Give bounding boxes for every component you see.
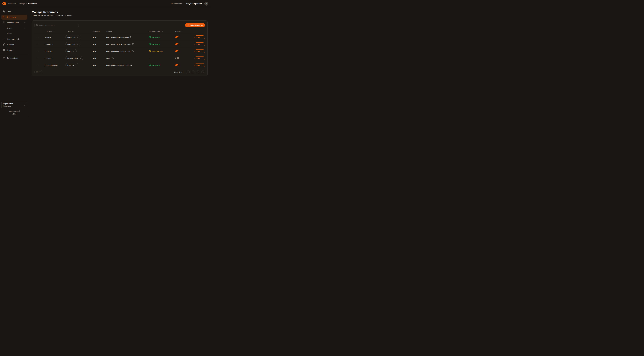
copy-icon[interactable]	[112, 57, 114, 59]
sidebar-item-label: Access Control	[6, 22, 19, 24]
add-resource-label: Add Resource	[190, 24, 203, 26]
resource-access-url: https://immich.example.com	[106, 36, 129, 38]
column-label: Protocol	[93, 30, 100, 32]
sidebar-item-label: Settings	[6, 49, 14, 51]
breadcrumb-separator: ›	[17, 2, 18, 5]
last-page-button[interactable]	[201, 70, 205, 74]
documentation-link[interactable]: Documentation	[170, 2, 182, 5]
resource-protocol: TCP	[93, 36, 106, 38]
site-link-button[interactable]: Second Office	[66, 56, 83, 60]
enabled-toggle[interactable]	[175, 50, 179, 52]
auth-status-label: Protected	[152, 43, 160, 45]
arrow-right-icon	[201, 43, 203, 45]
column-header-enabled: Enabled	[175, 30, 194, 32]
resources-table: Name Site Protocol Access Authenticati	[34, 29, 205, 68]
sidebar-item-roles[interactable]: Roles	[1, 31, 28, 36]
resource-protocol: TCP	[93, 57, 106, 59]
site-link-button[interactable]: Home Lab	[66, 42, 80, 46]
sidebar-item-sites[interactable]: Sites	[1, 9, 28, 14]
row-menu-button[interactable]	[36, 36, 40, 39]
arrow-right-icon	[201, 36, 203, 38]
arrow-up-right-icon	[79, 57, 81, 59]
avatar[interactable]: J	[204, 2, 208, 6]
sort-icon	[72, 30, 74, 32]
sidebar-item-api-keys[interactable]: API Keys	[1, 42, 28, 47]
resource-name: Immich	[41, 36, 66, 38]
sidebar-item-resources[interactable]: Resources	[1, 15, 28, 20]
edit-button[interactable]: Edit	[194, 50, 205, 53]
next-page-button[interactable]	[196, 70, 200, 74]
copy-icon[interactable]	[132, 43, 134, 45]
server-icon	[3, 57, 5, 59]
breadcrumb-org[interactable]: home-lab	[8, 2, 16, 5]
organization-label: Organization	[3, 103, 24, 105]
column-header-authentication[interactable]: Authentication	[149, 30, 175, 32]
sidebar-item-access-control[interactable]: Access Control	[1, 20, 28, 25]
enabled-toggle[interactable]	[175, 64, 179, 66]
enabled-toggle[interactable]	[175, 57, 179, 59]
previous-page-button[interactable]	[191, 70, 195, 74]
column-header-protocol: Protocol	[93, 30, 106, 32]
arrow-up-right-icon	[75, 64, 76, 66]
table-row: Bitwarden Home Lab TCP https://bitwarden…	[34, 41, 205, 48]
edit-label: Edit	[196, 57, 200, 59]
first-page-button[interactable]	[186, 70, 190, 74]
column-label: Site	[68, 30, 71, 32]
page-size-value: 20	[36, 71, 38, 73]
site-link-button[interactable]: Edge 01	[66, 63, 78, 67]
sidebar-item-label: Resources	[6, 16, 16, 18]
breadcrumb-settings[interactable]: settings	[19, 2, 25, 5]
copy-icon[interactable]	[132, 50, 134, 52]
auth-status-badge: Protected	[149, 36, 175, 38]
site-link-button[interactable]: Office	[66, 49, 76, 53]
search-input[interactable]	[34, 23, 79, 28]
row-menu-button[interactable]	[36, 56, 40, 60]
sidebar-item-label: Sites	[6, 10, 11, 13]
arrow-up-right-icon	[76, 43, 78, 45]
edit-button[interactable]: Edit	[194, 36, 205, 39]
table-row: Postgres Second Office TCP 5432 -	[34, 55, 205, 62]
column-header-name[interactable]: Name	[41, 30, 66, 32]
edit-label: Edit	[196, 50, 200, 52]
edit-button[interactable]: Edit	[194, 56, 205, 60]
arrow-right-icon	[201, 57, 203, 59]
sidebar-item-shareable-links[interactable]: Shareable Links	[1, 37, 28, 42]
edit-button[interactable]: Edit	[194, 63, 205, 67]
table-header-row: Name Site Protocol Access Authenticati	[34, 29, 205, 34]
row-menu-button[interactable]	[36, 42, 40, 46]
search-icon	[36, 24, 38, 26]
sidebar-item-users[interactable]: Users	[1, 26, 28, 30]
table-row: Authentik Office TCP https://authentik.e…	[34, 48, 205, 55]
user-email[interactable]: joe@example.com	[186, 2, 202, 5]
main-content: Manage Resources Create secure proxies t…	[29, 7, 210, 116]
column-label: Authentication	[149, 30, 160, 32]
column-header-site[interactable]: Site	[66, 30, 93, 32]
row-menu-button[interactable]	[36, 64, 40, 67]
page-subtitle: Create secure proxies to your private ap…	[32, 14, 208, 16]
sidebar-item-server-admin[interactable]: Server Admin	[1, 56, 28, 60]
copy-icon[interactable]	[130, 36, 132, 38]
enabled-toggle[interactable]	[175, 36, 179, 38]
page-size-select[interactable]: 20	[34, 70, 42, 74]
open-source-link[interactable]: Open Source	[1, 110, 28, 112]
external-link-icon	[18, 110, 20, 112]
shield-check-icon	[149, 64, 151, 66]
resource-name: Authentik	[41, 50, 66, 52]
resource-access-url: https://bitwarden.example.com	[106, 43, 131, 45]
sidebar-item-settings[interactable]: Settings	[1, 48, 28, 52]
shield-check-icon	[149, 36, 151, 38]
resource-access-url: https://authentik.example.com	[106, 50, 130, 52]
breadcrumb: home-lab › settings › resources	[8, 2, 37, 5]
edit-button[interactable]: Edit	[194, 42, 205, 46]
chevron-down-icon	[24, 22, 26, 24]
breadcrumb-resources[interactable]: resources	[28, 2, 37, 5]
organization-selector[interactable]: Organization Home Lab	[1, 102, 28, 108]
auth-status-label: -	[149, 57, 150, 59]
page-info: Page 1 of 1	[174, 71, 184, 73]
row-menu-button[interactable]	[36, 50, 40, 53]
add-resource-button[interactable]: Add Resource	[185, 23, 205, 27]
auth-status-badge: Not Protected	[149, 50, 175, 52]
enabled-toggle[interactable]	[175, 43, 179, 45]
site-link-button[interactable]: Home Lab	[66, 35, 80, 39]
copy-icon[interactable]	[130, 64, 132, 66]
